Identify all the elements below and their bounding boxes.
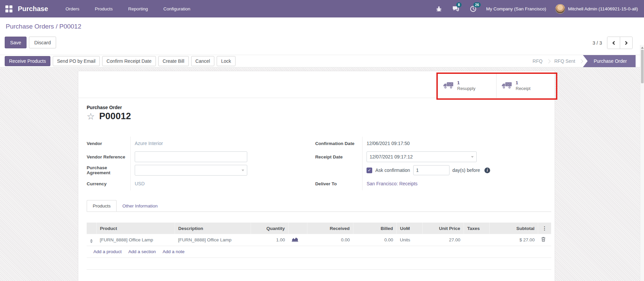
resupply-label: Resupply xyxy=(457,86,475,91)
row-drag-cell xyxy=(87,234,96,246)
received-column-header[interactable]: Received xyxy=(307,223,353,234)
forecast-chart-icon[interactable] xyxy=(292,237,298,242)
tab-products[interactable]: Products xyxy=(87,200,117,212)
row-unit-price-cell[interactable]: 27.00 xyxy=(422,234,464,246)
form-view-background: 1 Resupply 1 Receipt Purchase Order ☆ P xyxy=(0,68,640,281)
info-icon[interactable]: i xyxy=(484,168,490,173)
billed-column-header[interactable]: Billed xyxy=(353,223,396,234)
check-icon: ✓ xyxy=(368,168,371,173)
activities-clock-icon[interactable]: 26 xyxy=(469,5,477,13)
table-header-row: Product Description Quantity Received Bi… xyxy=(87,223,551,234)
receipt-smart-button[interactable]: 1 Receipt xyxy=(496,73,555,98)
user-menu[interactable]: Mitchell Admin (11406921-15-0-all) xyxy=(555,4,638,14)
empty-label-cell xyxy=(315,163,362,177)
send-po-by-email-button[interactable]: Send PO by Email xyxy=(53,56,100,66)
pager-next-button[interactable] xyxy=(620,37,632,49)
description-column-header[interactable]: Description xyxy=(175,223,251,234)
row-description-cell[interactable]: [FURN_8888] Office Lamp xyxy=(175,234,251,246)
row-quantity-cell[interactable]: 1.00 xyxy=(251,234,288,246)
form-statusbar: Receive Products Send PO by Email Confir… xyxy=(0,55,640,67)
lock-button[interactable]: Lock xyxy=(217,56,235,66)
taxes-column-header[interactable]: Taxes xyxy=(464,223,489,234)
ask-confirmation-label: Ask confirmation xyxy=(375,168,410,173)
cancel-button[interactable]: Cancel xyxy=(191,56,215,66)
kebab-menu-icon[interactable]: ⋮ xyxy=(542,225,548,231)
create-bill-button[interactable]: Create Bill xyxy=(158,56,189,66)
quantity-column-header[interactable]: Quantity xyxy=(251,223,288,234)
state-rfq[interactable]: RFQ xyxy=(528,58,547,64)
menu-configuration[interactable]: Configuration xyxy=(163,6,190,11)
days-before-suffix: day(s) before xyxy=(453,168,480,173)
messages-badge: 8 xyxy=(456,2,462,7)
ask-confirmation-checkbox[interactable]: ✓ xyxy=(367,168,372,173)
debug-bug-icon[interactable] xyxy=(435,5,443,13)
truck-icon xyxy=(443,82,454,89)
purchase-agreement-label: Purchase Agreement xyxy=(87,163,131,177)
notebook: Products Other Information Product Descr… xyxy=(87,200,551,270)
button-box-strip: 1 Resupply 1 Receipt xyxy=(78,71,555,98)
apps-menu-icon[interactable] xyxy=(5,5,12,12)
receipt-date-input[interactable] xyxy=(367,151,477,162)
row-received-cell[interactable]: 0.00 xyxy=(307,234,353,246)
add-a-note-link[interactable]: Add a note xyxy=(163,249,184,254)
vendor-value-link[interactable]: Azure Interior xyxy=(135,141,163,146)
uom-column-header[interactable]: UoM xyxy=(396,223,422,234)
discard-button[interactable]: Discard xyxy=(29,37,56,48)
vendor-reference-input[interactable] xyxy=(135,151,247,162)
unit-price-column-header[interactable]: Unit Price xyxy=(422,223,464,234)
save-button[interactable]: Save xyxy=(5,37,27,48)
receipt-date-label: Receipt Date xyxy=(315,150,362,163)
order-lines-table: Product Description Quantity Received Bi… xyxy=(87,223,551,270)
scrollbar-up-arrow-icon[interactable] xyxy=(641,47,644,49)
company-switcher[interactable]: My Company (San Francisco) xyxy=(486,6,546,11)
currency-value-link[interactable]: USD xyxy=(135,181,145,186)
purchase-agreement-input[interactable] xyxy=(135,165,247,176)
drag-handle-icon[interactable] xyxy=(90,239,93,243)
state-purchase-order-active[interactable]: Purchase Order xyxy=(583,55,636,67)
resupply-smart-button[interactable]: 1 Resupply xyxy=(438,73,496,98)
navbar-systray: 8 26 My Company (San Francisco) Mitchell… xyxy=(435,4,638,14)
vertical-scrollbar[interactable] xyxy=(640,45,644,281)
receipt-label: Receipt xyxy=(516,86,530,91)
menu-orders[interactable]: Orders xyxy=(66,6,79,11)
favorite-star-icon[interactable]: ☆ xyxy=(87,112,95,121)
right-field-group: Confirmation Date 12/06/2021 09:17:50 Re… xyxy=(315,137,551,190)
left-field-group: Vendor Azure Interior Vendor Reference P… xyxy=(87,137,315,190)
receive-products-button[interactable]: Receive Products xyxy=(5,56,50,66)
add-a-section-link[interactable]: Add a section xyxy=(128,249,156,254)
form-sheet: 1 Resupply 1 Receipt Purchase Order ☆ P xyxy=(78,71,555,281)
subtotal-column-header[interactable]: Subtotal xyxy=(489,223,538,234)
row-taxes-cell[interactable] xyxy=(464,234,489,246)
row-uom-cell[interactable]: Units xyxy=(396,234,422,246)
table-row[interactable]: [FURN_8888] Office Lamp [FURN_8888] Offi… xyxy=(87,234,551,246)
product-column-header[interactable]: Product xyxy=(96,223,175,234)
add-a-product-link[interactable]: Add a product xyxy=(93,249,122,254)
breadcrumb-parent[interactable]: Purchase Orders xyxy=(6,23,54,30)
confirmation-date-value: 12/06/2021 09:17:50 xyxy=(367,141,410,146)
tab-other-information[interactable]: Other Information xyxy=(117,200,163,212)
row-subtotal-cell[interactable]: $ 27.00 xyxy=(489,234,538,246)
user-name: Mitchell Admin (11406921-15-0-all) xyxy=(568,6,638,11)
activities-badge: 26 xyxy=(473,2,481,7)
user-avatar xyxy=(555,4,565,14)
deliver-to-value-link[interactable]: San Francisco: Receipts xyxy=(367,181,418,186)
days-before-input[interactable] xyxy=(413,165,449,175)
row-billed-cell[interactable]: 0.00 xyxy=(353,234,396,246)
truck-icon xyxy=(502,82,512,89)
receipt-count: 1 xyxy=(516,80,530,86)
vendor-reference-label: Vendor Reference xyxy=(87,150,131,163)
confirm-receipt-date-button[interactable]: Confirm Receipt Date xyxy=(102,56,156,66)
menu-reporting[interactable]: Reporting xyxy=(128,6,148,11)
menu-products[interactable]: Products xyxy=(95,6,113,11)
scrollbar-thumb[interactable] xyxy=(641,50,644,83)
state-rfq-sent[interactable]: RFQ Sent xyxy=(550,58,579,64)
app-brand[interactable]: Purchase xyxy=(18,5,48,13)
pager-previous-button[interactable] xyxy=(607,37,620,49)
messages-icon[interactable]: 8 xyxy=(452,5,460,13)
document-type-label: Purchase Order xyxy=(87,105,551,110)
breadcrumb: Purchase Orders / P00012 xyxy=(6,23,81,30)
handle-column-header xyxy=(87,223,96,234)
trash-icon[interactable] xyxy=(541,237,546,242)
smart-button-box: 1 Resupply 1 Receipt xyxy=(438,73,555,98)
row-product-cell[interactable]: [FURN_8888] Office Lamp xyxy=(96,234,175,246)
